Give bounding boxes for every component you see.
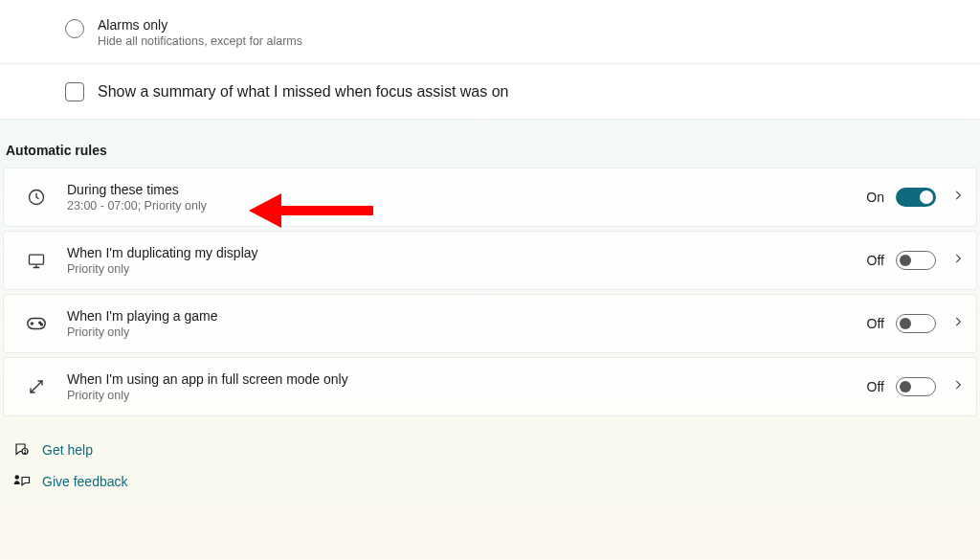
radio-icon[interactable] bbox=[65, 19, 84, 38]
help-links: Get help Give feedback bbox=[0, 420, 980, 489]
toggle-switch[interactable] bbox=[896, 377, 936, 396]
chevron-right-icon[interactable] bbox=[951, 252, 965, 269]
rule-fullscreen-app[interactable]: When I'm using an app in full screen mod… bbox=[3, 357, 977, 416]
give-feedback-link[interactable]: Give feedback bbox=[11, 474, 980, 489]
rule-playing-game[interactable]: When I'm playing a game Priority only Of… bbox=[3, 294, 977, 353]
rule-subtitle: Priority only bbox=[67, 389, 867, 402]
checkbox-icon[interactable] bbox=[65, 82, 84, 101]
toggle-switch[interactable] bbox=[896, 251, 936, 270]
svg-point-4 bbox=[41, 324, 43, 325]
rule-text: When I'm duplicating my display Priority… bbox=[67, 245, 867, 276]
rule-title: When I'm duplicating my display bbox=[67, 245, 867, 260]
fullscreen-icon bbox=[23, 378, 50, 395]
alarms-only-option[interactable]: Alarms only Hide all notifications, exce… bbox=[0, 0, 980, 64]
rule-state-label: Off bbox=[867, 316, 884, 331]
option-subtitle: Hide all notifications, except for alarm… bbox=[98, 34, 302, 48]
give-feedback-label: Give feedback bbox=[42, 474, 128, 489]
clock-icon bbox=[23, 188, 50, 207]
rule-state-label: On bbox=[866, 190, 884, 205]
rule-state-label: Off bbox=[867, 379, 884, 394]
rule-during-these-times[interactable]: During these times 23:00 - 07:00; Priori… bbox=[3, 168, 977, 227]
toggle-switch[interactable] bbox=[896, 314, 936, 333]
rule-title: When I'm using an app in full screen mod… bbox=[67, 371, 867, 387]
chevron-right-icon[interactable] bbox=[951, 378, 965, 395]
toggle-switch[interactable] bbox=[896, 188, 936, 207]
rule-title: During these times bbox=[67, 182, 866, 197]
get-help-link[interactable]: Get help bbox=[11, 441, 980, 459]
rule-subtitle: Priority only bbox=[67, 262, 867, 276]
help-icon bbox=[11, 441, 33, 459]
feedback-icon bbox=[11, 474, 33, 489]
rule-subtitle: 23:00 - 07:00; Priority only bbox=[67, 199, 866, 213]
rule-text: When I'm playing a game Priority only bbox=[67, 308, 867, 339]
focus-options-section: Alarms only Hide all notifications, exce… bbox=[0, 0, 980, 120]
chevron-right-icon[interactable] bbox=[951, 315, 965, 332]
rule-duplicating-display[interactable]: When I'm duplicating my display Priority… bbox=[3, 231, 977, 290]
rule-text: When I'm using an app in full screen mod… bbox=[67, 371, 867, 402]
rule-state-label: Off bbox=[867, 253, 884, 268]
svg-point-6 bbox=[25, 453, 26, 454]
get-help-label: Get help bbox=[42, 442, 93, 458]
svg-point-3 bbox=[39, 322, 41, 324]
gamepad-icon bbox=[23, 316, 50, 331]
option-title: Alarms only bbox=[98, 17, 302, 33]
section-header: Automatic rules bbox=[0, 120, 980, 168]
svg-point-7 bbox=[15, 475, 20, 480]
svg-rect-1 bbox=[30, 255, 44, 264]
option-text: Alarms only Hide all notifications, exce… bbox=[98, 17, 302, 48]
summary-checkbox-row[interactable]: Show a summary of what I missed when foc… bbox=[0, 64, 980, 119]
display-icon bbox=[23, 251, 50, 270]
rule-text: During these times 23:00 - 07:00; Priori… bbox=[67, 182, 866, 213]
summary-label: Show a summary of what I missed when foc… bbox=[98, 83, 509, 101]
chevron-right-icon[interactable] bbox=[951, 189, 965, 206]
rule-title: When I'm playing a game bbox=[67, 308, 867, 324]
rule-subtitle: Priority only bbox=[67, 325, 867, 339]
